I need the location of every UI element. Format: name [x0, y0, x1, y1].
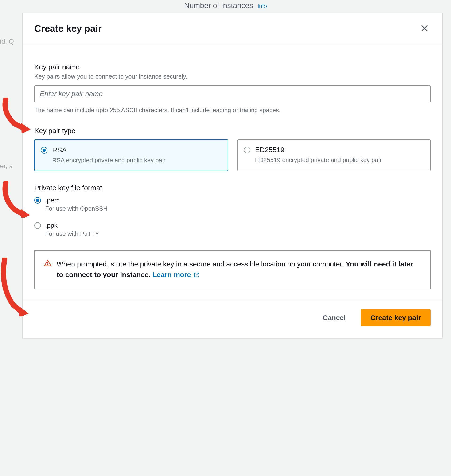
keypair-name-input[interactable]	[34, 85, 431, 102]
file-format-radio-group: .pem For use with OpenSSH .ppk For use w…	[34, 197, 431, 238]
file-format-ppk[interactable]: .ppk For use with PuTTY	[34, 222, 431, 238]
close-icon	[420, 24, 429, 33]
create-keypair-modal: Create key pair Key pair name Key pairs …	[22, 13, 443, 338]
radio-icon	[34, 197, 41, 204]
modal-footer: Cancel Create key pair	[23, 301, 442, 338]
radio-item-content: .ppk For use with PuTTY	[45, 222, 431, 238]
create-keypair-button[interactable]: Create key pair	[361, 309, 431, 326]
backdrop-left-text-2: er, a	[0, 162, 13, 170]
keypair-type-radio-group: RSA RSA encrypted private and public key…	[34, 140, 431, 171]
file-format-pem-desc: For use with OpenSSH	[45, 205, 431, 212]
radio-icon	[41, 147, 47, 154]
cancel-button[interactable]: Cancel	[313, 309, 355, 326]
file-format-ppk-title: .ppk	[45, 222, 431, 229]
keypair-type-section: Key pair type RSA RSA encrypted private …	[34, 127, 431, 171]
radio-card-content: ED25519 ED25519 encrypted private and pu…	[255, 146, 425, 164]
backdrop-title: Number of instances Info	[0, 1, 451, 10]
keypair-type-ed25519-title: ED25519	[255, 146, 425, 154]
radio-icon	[244, 147, 251, 153]
svg-point-3	[47, 264, 48, 265]
external-link-icon	[194, 270, 200, 281]
keypair-type-rsa-title: RSA	[52, 146, 221, 154]
keypair-type-ed25519[interactable]: ED25519 ED25519 encrypted private and pu…	[238, 140, 431, 171]
warning-alert: When prompted, store the private key in …	[34, 251, 431, 289]
file-format-pem-title: .pem	[45, 197, 431, 204]
annotation-arrow-3	[0, 257, 34, 317]
backdrop-left-text-1: id. Q	[0, 38, 14, 45]
modal-title: Create key pair	[34, 23, 102, 34]
warning-icon	[44, 259, 51, 267]
keypair-name-section: Key pair name Key pairs allow you to con…	[34, 63, 431, 114]
backdrop-info-link[interactable]: Info	[257, 3, 267, 9]
radio-icon	[34, 222, 41, 229]
keypair-type-rsa[interactable]: RSA RSA encrypted private and public key…	[34, 140, 228, 171]
warning-text-part1: When prompted, store the private key in …	[56, 260, 346, 268]
keypair-name-description: Key pairs allow you to connect to your i…	[34, 73, 431, 80]
svg-line-4	[196, 273, 199, 275]
learn-more-text: Learn more	[152, 271, 191, 278]
keypair-name-helper: The name can include upto 255 ASCII char…	[34, 107, 431, 114]
keypair-name-label: Key pair name	[34, 63, 431, 71]
keypair-type-label: Key pair type	[34, 127, 431, 135]
close-button[interactable]	[418, 22, 431, 35]
file-format-ppk-desc: For use with PuTTY	[45, 230, 431, 238]
learn-more-link[interactable]: Learn more	[152, 271, 200, 278]
radio-item-content: .pem For use with OpenSSH	[45, 197, 431, 212]
keypair-type-ed25519-desc: ED25519 encrypted private and public key…	[255, 156, 425, 164]
file-format-label: Private key file format	[34, 184, 431, 192]
file-format-pem[interactable]: .pem For use with OpenSSH	[34, 197, 431, 212]
warning-text: When prompted, store the private key in …	[56, 259, 421, 281]
modal-header: Create key pair	[23, 13, 442, 44]
backdrop-title-text: Number of instances	[184, 1, 253, 10]
keypair-type-rsa-desc: RSA encrypted private and public key pai…	[52, 156, 221, 164]
file-format-section: Private key file format .pem For use wit…	[34, 184, 431, 238]
radio-card-content: RSA RSA encrypted private and public key…	[52, 146, 221, 164]
modal-body: Key pair name Key pairs allow you to con…	[23, 44, 442, 301]
annotation-arrow-2	[0, 181, 34, 218]
annotation-arrow-1	[0, 98, 34, 134]
